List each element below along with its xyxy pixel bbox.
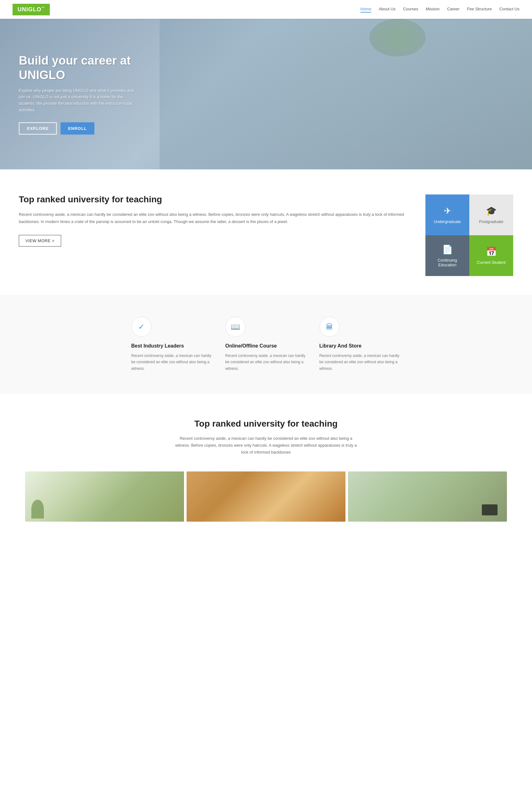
enroll-button[interactable]: ENROLL bbox=[60, 122, 94, 134]
library-title: Library And Store bbox=[320, 343, 362, 349]
top-ranked-title: Top ranked university for teaching bbox=[19, 194, 406, 205]
nav-home[interactable]: Home bbox=[361, 6, 372, 13]
gallery-row bbox=[19, 471, 513, 522]
library-desc: Recent controversy aside, a mexican can … bbox=[320, 353, 401, 372]
book-icon: 📖 bbox=[231, 322, 240, 331]
ranking2-description: Recent controversy aside, a mexican can … bbox=[172, 435, 360, 456]
logo: UNIGLO™ bbox=[13, 4, 50, 15]
undergraduate-icon: ✈ bbox=[444, 206, 451, 216]
plant-image bbox=[25, 471, 184, 522]
features-section: ✓ Best Industry Leaders Recent controver… bbox=[0, 295, 532, 394]
top-ranked-section: Top ranked university for teaching Recen… bbox=[0, 169, 532, 295]
continuing-education-card[interactable]: 📄 Continuing Education bbox=[425, 235, 469, 276]
nav-mission[interactable]: Mission bbox=[426, 6, 439, 13]
online-desc: Recent controversy aside, a mexican can … bbox=[225, 353, 307, 372]
online-icon-circle: 📖 bbox=[225, 317, 245, 337]
nav-contact[interactable]: Contact Us bbox=[499, 6, 519, 13]
ranking2-title: Top ranked university for teaching bbox=[19, 419, 513, 429]
current-icon: 📅 bbox=[486, 246, 497, 257]
top-ranked-left: Top ranked university for teaching Recen… bbox=[19, 194, 406, 246]
gallery-laptop bbox=[348, 471, 507, 522]
hero-content: Build your career at UNIGLO Explore why … bbox=[0, 54, 157, 134]
library-icon-circle: 🏛 bbox=[320, 317, 340, 337]
checkmark-icon: ✓ bbox=[138, 322, 145, 331]
hero-title: Build your career at UNIGLO bbox=[19, 54, 138, 82]
header: UNIGLO™ Home About Us Courses Mission Ca… bbox=[0, 0, 532, 19]
postgraduate-label: Postgraduate bbox=[479, 219, 503, 224]
industry-icon-circle: ✓ bbox=[131, 317, 151, 337]
nav-courses[interactable]: Courses bbox=[403, 6, 418, 13]
hero-buttons: EXPLORE ENROLL bbox=[19, 122, 138, 134]
ranking2-section: Top ranked university for teaching Recen… bbox=[0, 394, 532, 534]
gallery-cafe bbox=[187, 471, 345, 522]
postgraduate-icon: 🎓 bbox=[486, 206, 497, 216]
course-grid: ✈ Undergraduate 🎓 Postgraduate 📄 Continu… bbox=[425, 194, 513, 276]
view-more-button[interactable]: VIEW MORE > bbox=[19, 235, 61, 246]
industry-title: Best Industry Leaders bbox=[131, 343, 184, 349]
undergraduate-label: Undergraduate bbox=[434, 219, 461, 224]
feature-online: 📖 Online/Offline Course Recent controver… bbox=[225, 317, 307, 372]
current-label: Current Student bbox=[477, 260, 506, 265]
feature-industry: ✓ Best Industry Leaders Recent controver… bbox=[131, 317, 213, 372]
hero-description: Explore why people are liking UNIGLO and… bbox=[19, 88, 138, 114]
gallery-plant bbox=[25, 471, 184, 522]
nav-about[interactable]: About Us bbox=[379, 6, 395, 13]
bank-icon: 🏛 bbox=[326, 322, 333, 331]
postgraduate-card[interactable]: 🎓 Postgraduate bbox=[469, 194, 513, 235]
industry-desc: Recent controversy aside, a mexican can … bbox=[131, 353, 213, 372]
explore-button[interactable]: EXPLORE bbox=[19, 122, 57, 134]
continuing-label: Continuing Education bbox=[431, 258, 464, 267]
online-title: Online/Offline Course bbox=[225, 343, 277, 349]
nav-fee-structure[interactable]: Fee Structure bbox=[467, 6, 492, 13]
undergraduate-card[interactable]: ✈ Undergraduate bbox=[425, 194, 469, 235]
continuing-icon: 📄 bbox=[442, 244, 453, 255]
laptop-image bbox=[348, 471, 507, 522]
hero-section: Build your career at UNIGLO Explore why … bbox=[0, 19, 532, 169]
current-student-card[interactable]: 📅 Current Student bbox=[469, 235, 513, 276]
top-ranked-description: Recent controversy aside, a mexican can … bbox=[19, 211, 406, 226]
top-ranked-right: ✈ Undergraduate 🎓 Postgraduate 📄 Continu… bbox=[425, 194, 513, 276]
cafe-image bbox=[187, 471, 345, 522]
hero-people-image bbox=[159, 19, 532, 169]
feature-library: 🏛 Library And Store Recent controversy a… bbox=[320, 317, 401, 372]
main-nav: Home About Us Courses Mission Career Fee… bbox=[361, 6, 520, 13]
nav-career[interactable]: Career bbox=[447, 6, 460, 13]
